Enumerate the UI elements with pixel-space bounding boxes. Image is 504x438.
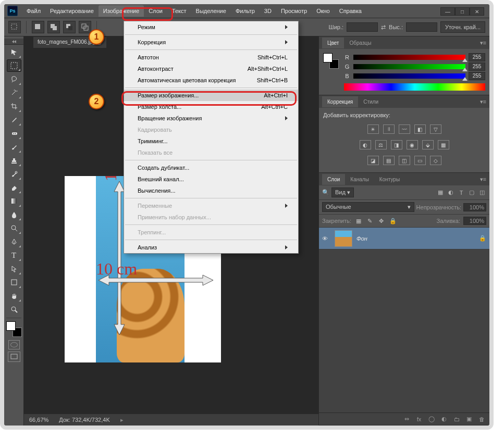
filter-type-icon[interactable]: T <box>457 189 465 196</box>
menu-item-автоконтраст[interactable]: АвтоконтрастAlt+Shift+Ctrl+L <box>124 63 298 74</box>
zoom-tool-icon[interactable] <box>7 303 21 316</box>
adj-mixer-icon[interactable]: ⬙ <box>422 140 434 149</box>
brush-tool-icon[interactable] <box>7 141 21 153</box>
history-brush-tool-icon[interactable] <box>7 168 21 180</box>
panel-menu-icon[interactable]: ▾≡ <box>480 40 486 46</box>
width-input[interactable] <box>347 22 378 32</box>
menu-item-анализ[interactable]: Анализ <box>124 242 298 253</box>
menu-item-создать-дубликат-[interactable]: Создать дубликат... <box>124 162 298 173</box>
color-swatch-pair[interactable] <box>323 53 339 69</box>
move-tool-icon[interactable] <box>7 46 21 58</box>
lock-position-icon[interactable]: ✥ <box>377 217 386 224</box>
path-select-tool-icon[interactable] <box>7 262 21 275</box>
opacity-input[interactable]: 100% <box>463 203 486 211</box>
adj-balance-icon[interactable]: ⚖ <box>375 140 387 149</box>
menu-item-автотон[interactable]: АвтотонShift+Ctrl+L <box>124 52 298 63</box>
menu-фильтр[interactable]: Фильтр <box>231 5 260 17</box>
maximize-button[interactable]: □ <box>455 7 470 16</box>
tab-swatches[interactable]: Образцы <box>344 37 376 48</box>
adj-exposure-icon[interactable]: ◧ <box>414 124 426 134</box>
menu-item-размер-изображения-[interactable]: Размер изображения...Alt+Ctrl+I <box>124 90 298 101</box>
filter-adjust-icon[interactable]: ◐ <box>447 189 455 196</box>
marquee-add-icon[interactable] <box>47 21 60 33</box>
layer-name-label[interactable]: Фон <box>357 235 475 242</box>
tab-adjustments[interactable]: Коррекция <box>322 96 358 107</box>
slider-R[interactable] <box>353 55 465 60</box>
adj-hue-icon[interactable]: ◐ <box>360 140 371 149</box>
adj-invert-icon[interactable]: ◪ <box>367 156 379 165</box>
lock-all-icon[interactable]: 🔒 <box>389 217 397 224</box>
menu-item-вычисления-[interactable]: Вычисления... <box>124 185 298 196</box>
pen-tool-icon[interactable] <box>7 235 21 248</box>
lock-transparent-icon[interactable]: ▦ <box>354 217 363 224</box>
menu-просмотр[interactable]: Просмотр <box>276 5 312 17</box>
adj-threshold-icon[interactable]: ◫ <box>399 156 410 165</box>
crop-tool-icon[interactable] <box>7 100 21 112</box>
adj-levels-icon[interactable]: ⫴ <box>383 124 395 134</box>
adj-photo-filter-icon[interactable]: ◉ <box>407 140 418 149</box>
tab-channels[interactable]: Каналы <box>345 174 374 185</box>
new-adjustment-icon[interactable]: ◐ <box>440 416 448 423</box>
minimize-button[interactable]: — <box>440 7 455 16</box>
height-input[interactable] <box>406 22 437 32</box>
adj-lookup-icon[interactable]: ▦ <box>438 140 449 149</box>
value-R[interactable]: 255 <box>469 53 485 61</box>
menu-item-коррекция[interactable]: Коррекция <box>124 36 298 48</box>
menu-3d[interactable]: 3D <box>260 5 276 17</box>
eyedropper-tool-icon[interactable] <box>7 114 21 126</box>
slider-B[interactable] <box>353 73 465 79</box>
hand-tool-icon[interactable] <box>7 290 21 302</box>
layer-row-background[interactable]: 👁 Фон 🔒 <box>319 228 489 249</box>
menu-item-вращение-изображения[interactable]: Вращение изображения <box>124 112 298 124</box>
tab-layers[interactable]: Слои <box>322 174 345 185</box>
new-group-icon[interactable]: 🗀 <box>453 416 460 423</box>
marquee-tool-icon[interactable] <box>7 59 21 72</box>
menu-item-автоматическая-цветовая-коррекция[interactable]: Автоматическая цветовая коррекцияShift+C… <box>124 74 298 86</box>
menu-окно[interactable]: Окно <box>312 5 335 17</box>
swap-icon[interactable]: ⇄ <box>381 24 386 31</box>
link-layers-icon[interactable]: ⇔ <box>403 416 410 423</box>
tab-styles[interactable]: Стили <box>358 96 384 107</box>
layer-lock-icon[interactable]: 🔒 <box>479 235 486 242</box>
filter-pixel-icon[interactable]: ▦ <box>436 189 445 196</box>
marquee-rect-new-icon[interactable] <box>32 21 44 33</box>
fill-input[interactable]: 100% <box>463 217 486 225</box>
screen-mode-icon[interactable] <box>8 352 20 362</box>
shape-tool-icon[interactable] <box>7 276 21 289</box>
gradient-tool-icon[interactable] <box>7 195 21 207</box>
foreground-background-swatch[interactable] <box>6 321 22 337</box>
panel-menu-icon[interactable]: ▾≡ <box>480 98 486 105</box>
menu-справка[interactable]: Справка <box>335 5 366 17</box>
layer-fx-icon[interactable]: fx <box>415 416 423 423</box>
tool-preset-icon[interactable] <box>8 21 21 33</box>
adj-bw-icon[interactable]: ◨ <box>391 140 402 149</box>
layer-thumbnail[interactable] <box>335 230 352 247</box>
menu-item-режим[interactable]: Режим <box>124 21 298 33</box>
new-layer-icon[interactable]: ▣ <box>465 416 473 423</box>
healing-tool-icon[interactable] <box>7 127 21 140</box>
value-G[interactable]: 255 <box>469 62 485 71</box>
adj-gradient-map-icon[interactable]: ▭ <box>414 156 426 165</box>
layer-filter-kind[interactable]: Вид ▾ <box>331 187 354 197</box>
adj-posterize-icon[interactable]: ▤ <box>383 156 395 165</box>
blur-tool-icon[interactable] <box>7 208 21 221</box>
menu-выделение[interactable]: Выделение <box>191 5 231 17</box>
adj-curves-icon[interactable]: 〰 <box>399 124 410 134</box>
adj-vibrance-icon[interactable]: ▽ <box>430 124 441 134</box>
menu-item-размер-холста-[interactable]: Размер холста...Alt+Ctrl+C <box>124 101 298 112</box>
value-B[interactable]: 255 <box>469 72 485 80</box>
lasso-tool-icon[interactable] <box>7 73 21 85</box>
marquee-subtract-icon[interactable] <box>63 21 76 33</box>
quickmask-icon[interactable] <box>8 340 20 349</box>
tab-color[interactable]: Цвет <box>322 37 344 48</box>
filter-shape-icon[interactable]: ▢ <box>468 189 476 196</box>
magic-wand-tool-icon[interactable] <box>7 86 21 99</box>
zoom-level[interactable]: 66,67% <box>29 417 48 423</box>
marquee-intersect-icon[interactable] <box>79 21 91 33</box>
slider-G[interactable] <box>353 64 465 69</box>
color-ramp[interactable] <box>344 83 485 91</box>
visibility-eye-icon[interactable]: 👁 <box>322 235 330 242</box>
add-mask-icon[interactable]: ◯ <box>428 416 435 423</box>
close-button[interactable]: ✕ <box>470 7 484 16</box>
menu-item-внешний-канал-[interactable]: Внешний канал... <box>124 173 298 185</box>
